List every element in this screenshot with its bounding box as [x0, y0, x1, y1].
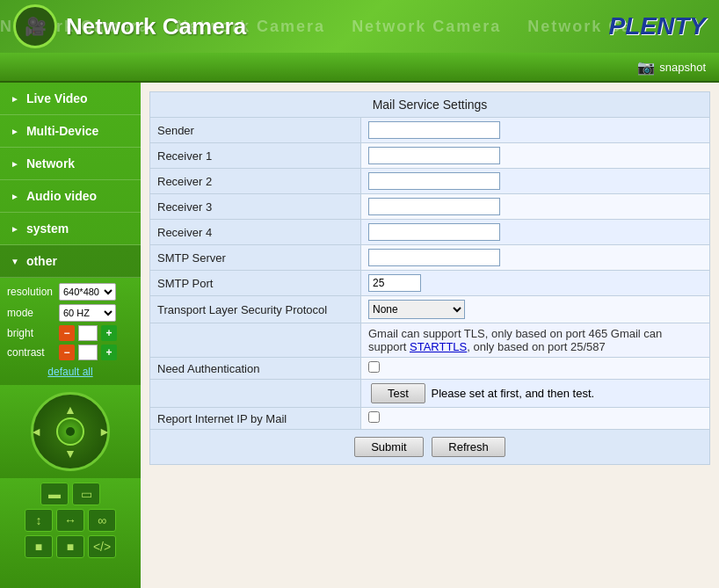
tls-select[interactable]: None TLS STARTTLS	[368, 300, 465, 319]
receiver4-input[interactable]	[368, 223, 500, 241]
resolution-label: resolution	[7, 286, 55, 298]
camera-snapshot-icon: 📷	[637, 59, 655, 76]
icon-row-3: ■ ■ </>	[7, 535, 134, 558]
sidebar-item-other[interactable]: ▼ other	[0, 245, 141, 278]
test-cell: Test Please set at first, and then test.	[361, 380, 710, 408]
sidebar-item-network[interactable]: ► Network	[0, 148, 141, 180]
arrow-icon: ►	[11, 224, 19, 234]
navbar: 📷 snapshot	[0, 53, 719, 83]
smtp-port-input[interactable]	[368, 274, 421, 292]
auth-checkbox[interactable]	[368, 361, 380, 373]
icon-row-1: ▬ ▭	[7, 483, 134, 505]
tls-info-cell: Gmail can support TLS, only based on por…	[361, 323, 710, 358]
icon-btn-loop[interactable]: ∞	[88, 509, 116, 532]
arrow-icon: ►	[11, 192, 19, 201]
report-ip-checkbox[interactable]	[368, 411, 380, 423]
table-row: Gmail can support TLS, only based on por…	[150, 323, 710, 358]
bright-label: bright	[7, 327, 55, 339]
default-all-link[interactable]: default all	[7, 364, 134, 380]
receiver3-input[interactable]	[368, 198, 500, 215]
sidebar-item-label: Multi-Device	[26, 124, 98, 138]
receiver1-label: Receiver 1	[150, 143, 361, 169]
joystick-up-button[interactable]: ▲	[64, 403, 76, 416]
bright-control: bright − 6 +	[7, 325, 134, 341]
joystick: ▲ ◄ ► ▼	[31, 392, 110, 471]
table-row: Need Authentication	[150, 358, 710, 380]
submit-button[interactable]: Submit	[354, 437, 423, 457]
joystick-area: ▲ ◄ ► ▼	[0, 385, 141, 478]
receiver4-label: Receiver 4	[150, 220, 361, 245]
refresh-button[interactable]: Refresh	[432, 437, 505, 457]
contrast-minus-button[interactable]: −	[59, 345, 75, 360]
icon-btn-code[interactable]: </>	[88, 535, 116, 558]
info-text2: , only based on port 25/587	[467, 340, 606, 353]
starttls-text: STARTTLS	[410, 340, 467, 353]
sidebar-item-audio-video[interactable]: ► Audio video	[0, 180, 141, 213]
auth-cell	[361, 358, 710, 380]
table-row: Test Please set at first, and then test.	[150, 380, 710, 408]
receiver2-input[interactable]	[368, 172, 500, 190]
mail-settings-table: Mail Service Settings Sender Receiver 1 …	[149, 91, 710, 465]
sidebar-item-label: Network	[26, 156, 75, 171]
receiver4-cell	[361, 220, 710, 245]
icon-btn-photo[interactable]: ▭	[72, 483, 100, 505]
arrow-icon: ►	[11, 159, 19, 169]
resolution-select[interactable]: 640*480 320*240 1280*720	[59, 283, 116, 301]
icon-btn-vertical[interactable]: ↕	[25, 509, 53, 532]
table-row: Transport Layer Security Protocol None T…	[150, 296, 710, 323]
smtp-server-label: SMTP Server	[150, 245, 361, 271]
table-row: Report Internet IP by Mail	[150, 408, 710, 430]
contrast-value: 5	[78, 345, 98, 360]
icon-btn-sq1[interactable]: ■	[25, 535, 53, 558]
camera-icon: 🎥	[13, 4, 57, 48]
sidebar-item-live-video[interactable]: ► Live Video	[0, 83, 141, 115]
main-layout: ► Live Video ► Multi-Device ► Network ► …	[0, 83, 719, 588]
sidebar-item-multi-device[interactable]: ► Multi-Device	[0, 115, 141, 148]
auth-label: Need Authentication	[150, 358, 361, 380]
snapshot-label: snapshot	[659, 61, 706, 74]
mode-label: mode	[7, 307, 55, 319]
report-ip-label: Report Internet IP by Mail	[150, 408, 361, 430]
sidebar-item-system[interactable]: ► system	[0, 213, 141, 245]
contrast-plus-button[interactable]: +	[101, 345, 117, 360]
test-button[interactable]: Test	[371, 383, 425, 403]
icon-btn-record[interactable]: ▬	[40, 483, 69, 505]
joystick-middle-row: ◄ ►	[30, 417, 111, 446]
table-row: Receiver 3	[150, 194, 710, 220]
joystick-down-button[interactable]: ▼	[64, 447, 76, 460]
smtp-server-input[interactable]	[368, 249, 500, 266]
arrow-icon: ►	[11, 94, 19, 104]
header: Network Camera Network Camera Network Ca…	[0, 0, 719, 53]
table-header: Mail Service Settings	[150, 92, 710, 118]
sender-label: Sender	[150, 118, 361, 143]
joystick-right-button[interactable]: ►	[98, 425, 111, 438]
receiver3-cell	[361, 194, 710, 220]
resolution-control: resolution 640*480 320*240 1280*720	[7, 283, 134, 301]
tls-cell: None TLS STARTTLS	[361, 296, 710, 323]
joystick-center[interactable]	[56, 417, 84, 446]
header-logo-area: 🎥 Network Camera	[13, 4, 246, 48]
table-row: Receiver 4	[150, 220, 710, 245]
bright-plus-button[interactable]: +	[101, 325, 117, 341]
mode-select[interactable]: 60 HZ 50 HZ	[59, 304, 116, 322]
arrow-icon: ►	[11, 127, 19, 136]
submit-cell: Submit Refresh	[150, 430, 710, 465]
snapshot-button[interactable]: 📷 snapshot	[637, 59, 706, 76]
report-ip-cell	[361, 408, 710, 430]
bright-minus-button[interactable]: −	[59, 325, 75, 341]
icon-btn-sq2[interactable]: ■	[56, 535, 84, 558]
contrast-label: contrast	[7, 346, 55, 359]
arrow-down-icon: ▼	[11, 257, 19, 266]
sender-input[interactable]	[368, 121, 500, 139]
tls-label: Transport Layer Security Protocol	[150, 296, 361, 323]
joystick-left-button[interactable]: ◄	[30, 425, 42, 438]
contrast-control: contrast − 5 +	[7, 345, 134, 360]
sidebar: ► Live Video ► Multi-Device ► Network ► …	[0, 83, 141, 588]
receiver1-input[interactable]	[368, 147, 500, 164]
icon-btn-horizontal[interactable]: ↔	[56, 509, 84, 532]
info-empty-label	[150, 323, 361, 358]
table-row: SMTP Port	[150, 271, 710, 296]
header-title: Network Camera	[66, 13, 246, 40]
sidebar-item-label: other	[26, 254, 57, 268]
bright-value: 6	[78, 325, 98, 341]
